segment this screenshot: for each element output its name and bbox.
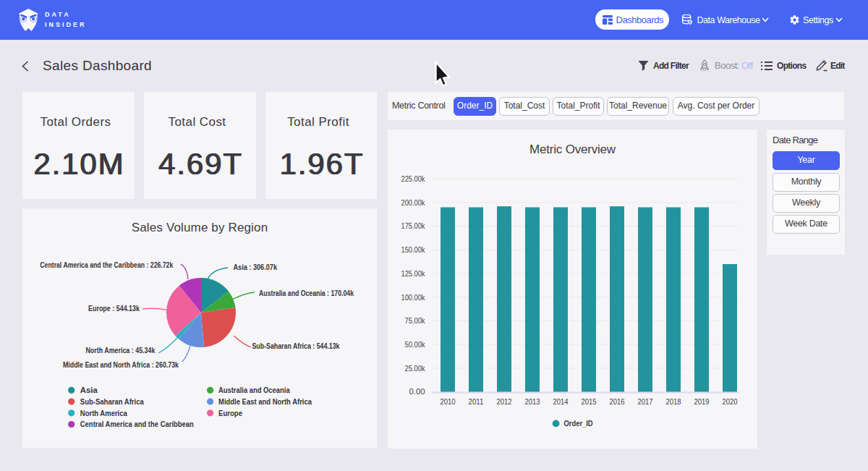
svg-text:Europe : 544.13k: Europe : 544.13k bbox=[88, 304, 140, 313]
svg-text:2014: 2014 bbox=[553, 397, 569, 406]
svg-text:2019: 2019 bbox=[694, 397, 710, 406]
svg-text:North America : 45.34k: North America : 45.34k bbox=[85, 346, 156, 355]
svg-text:2012: 2012 bbox=[497, 397, 512, 406]
svg-text:Central America and the Caribb: Central America and the Caribbean : 226.… bbox=[40, 260, 174, 269]
svg-text:2013: 2013 bbox=[525, 397, 540, 406]
svg-text:2018: 2018 bbox=[666, 397, 681, 406]
svg-text:150.00k: 150.00k bbox=[401, 245, 425, 254]
svg-text:Australia and Oceania: Australia and Oceania bbox=[218, 386, 290, 394]
svg-text:Central America and the Caribb: Central America and the Caribbean bbox=[80, 420, 194, 428]
svg-text:25.00k: 25.00k bbox=[405, 364, 425, 373]
svg-text:225.00k: 225.00k bbox=[401, 174, 425, 183]
svg-text:Order_ID: Order_ID bbox=[564, 419, 593, 428]
svg-text:2017: 2017 bbox=[638, 397, 653, 406]
svg-text:125.00k: 125.00k bbox=[401, 269, 425, 278]
svg-text:50.00k: 50.00k bbox=[405, 340, 425, 349]
svg-text:2011: 2011 bbox=[469, 397, 484, 406]
svg-text:North America: North America bbox=[80, 409, 128, 417]
svg-text:2016: 2016 bbox=[610, 397, 625, 406]
svg-text:175.00k: 175.00k bbox=[401, 221, 425, 230]
svg-text:2020: 2020 bbox=[723, 397, 738, 406]
svg-text:Asia: Asia bbox=[80, 386, 98, 394]
svg-text:Australia and Oceania : 170.04: Australia and Oceania : 170.04k bbox=[259, 289, 354, 297]
svg-text:Middle East and North Africa :: Middle East and North Africa : 260.73k bbox=[63, 360, 179, 369]
svg-text:2010: 2010 bbox=[441, 397, 456, 406]
svg-text:Asia : 306.07k: Asia : 306.07k bbox=[234, 263, 278, 271]
svg-text:2015: 2015 bbox=[582, 397, 597, 406]
svg-text:200.00k: 200.00k bbox=[401, 198, 425, 207]
svg-text:Sub-Saharan Africa : 544.13k: Sub-Saharan Africa : 544.13k bbox=[252, 341, 341, 350]
svg-text:100.00k: 100.00k bbox=[401, 293, 425, 302]
svg-text:75.00k: 75.00k bbox=[405, 316, 425, 325]
svg-text:Sub-Saharan Africa: Sub-Saharan Africa bbox=[80, 397, 145, 406]
svg-text:Middle East and North Africa: Middle East and North Africa bbox=[218, 397, 312, 406]
svg-text:Europe: Europe bbox=[218, 409, 242, 417]
svg-text:0.00: 0.00 bbox=[409, 387, 425, 396]
